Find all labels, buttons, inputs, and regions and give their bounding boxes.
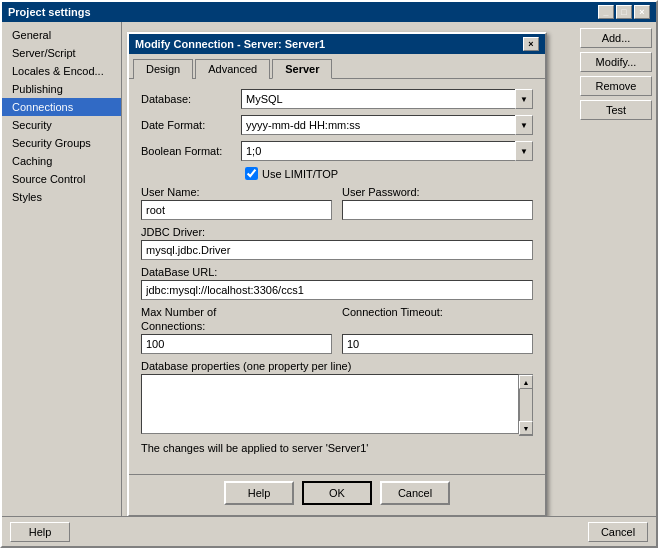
bottom-help-button[interactable]: Help [10,522,70,542]
password-input[interactable] [342,200,533,220]
scroll-down-button[interactable]: ▼ [519,421,533,435]
db-properties-textarea[interactable] [141,374,519,434]
date-format-field-wrap: ▼ [241,115,533,135]
scroll-up-button[interactable]: ▲ [519,375,533,389]
minimize-button[interactable]: _ [598,5,614,19]
sidebar: General Server/Script Locales & Encod...… [2,22,122,516]
close-button[interactable]: × [634,5,650,19]
sidebar-item-connections[interactable]: Connections [2,98,121,116]
sidebar-item-locales[interactable]: Locales & Encod... [2,62,121,80]
sidebar-item-general[interactable]: General [2,26,121,44]
max-connections-label1: Max Number of [141,306,332,318]
project-settings-window: Project settings _ □ × General Server/Sc… [0,0,658,548]
sidebar-item-sourcecontrol[interactable]: Source Control [2,170,121,188]
db-properties-wrap: ▲ ▼ [141,374,533,436]
connection-params-row: Max Number of Connections: Connection Ti… [141,306,533,354]
date-format-input[interactable] [241,115,533,135]
use-limit-top-checkbox[interactable] [245,167,258,180]
max-connections-label2: Connections: [141,320,332,332]
database-dropdown-arrow[interactable]: ▼ [515,89,533,109]
sidebar-item-serverscript[interactable]: Server/Script [2,44,121,62]
username-label: User Name: [141,186,332,198]
dialog-content: Database: ▼ Date Format: ▼ [129,79,545,470]
date-format-dropdown-arrow[interactable]: ▼ [515,115,533,135]
modal-close-button[interactable]: × [523,37,539,51]
username-col: User Name: [141,186,332,220]
tab-bar: Design Advanced Server [129,54,545,79]
sidebar-item-caching[interactable]: Caching [2,152,121,170]
modal-titlebar: Modify Connection - Server: Server1 × [129,34,545,54]
outer-body: General Server/Script Locales & Encod...… [2,22,656,516]
jdbc-driver-input[interactable] [141,240,533,260]
db-properties-scrollbar: ▲ ▼ [519,374,533,436]
remove-button[interactable]: Remove [580,76,652,96]
boolean-format-row: Boolean Format: ▼ [141,141,533,161]
tab-advanced[interactable]: Advanced [195,59,270,79]
outer-title: Project settings [8,6,91,18]
bottom-bar: Help Cancel [2,516,656,546]
cancel-button[interactable]: Cancel [380,481,450,505]
connection-timeout-col: Connection Timeout: - [342,306,533,354]
database-url-input[interactable] [141,280,533,300]
modify-connection-dialog: Modify Connection - Server: Server1 × De… [127,32,547,516]
tab-design[interactable]: Design [133,59,193,79]
maximize-button[interactable]: □ [616,5,632,19]
username-input[interactable] [141,200,332,220]
sidebar-item-securitygroups[interactable]: Security Groups [2,134,121,152]
boolean-format-input[interactable] [241,141,533,161]
sidebar-item-security[interactable]: Security [2,116,121,134]
boolean-format-field-wrap: ▼ [241,141,533,161]
ok-button[interactable]: OK [302,481,372,505]
password-col: User Password: [342,186,533,220]
bottom-cancel-button[interactable]: Cancel [588,522,648,542]
use-limit-top-label: Use LIMIT/TOP [262,168,338,180]
jdbc-driver-label: JDBC Driver: [141,226,533,238]
date-format-label: Date Format: [141,119,241,131]
dialog-buttons: Help OK Cancel [129,474,545,515]
outer-titlebar: Project settings _ □ × [2,2,656,22]
title-buttons: _ □ × [598,5,650,19]
connection-timeout-label: Connection Timeout: [342,306,533,318]
database-field-wrap: ▼ [241,89,533,109]
right-panel: Add... Modify... Remove Test [576,22,656,516]
max-connections-input[interactable] [141,334,332,354]
connection-timeout-input[interactable] [342,334,533,354]
max-connections-col: Max Number of Connections: [141,306,332,354]
database-input[interactable] [241,89,533,109]
password-label: User Password: [342,186,533,198]
add-button[interactable]: Add... [580,28,652,48]
sidebar-item-publishing[interactable]: Publishing [2,80,121,98]
boolean-format-dropdown-arrow[interactable]: ▼ [515,141,533,161]
boolean-format-label: Boolean Format: [141,145,241,157]
user-credentials-row: User Name: User Password: [141,186,533,220]
database-row: Database: ▼ [141,89,533,109]
use-limit-top-row: Use LIMIT/TOP [141,167,533,180]
modify-button[interactable]: Modify... [580,52,652,72]
database-label: Database: [141,93,241,105]
status-text: The changes will be applied to server 'S… [141,442,533,454]
scroll-track [520,389,532,421]
help-button[interactable]: Help [224,481,294,505]
date-format-row: Date Format: ▼ [141,115,533,135]
tab-server[interactable]: Server [272,59,332,79]
database-url-label: DataBase URL: [141,266,533,278]
sidebar-item-styles[interactable]: Styles [2,188,121,206]
modal-title: Modify Connection - Server: Server1 [135,38,325,50]
db-properties-label: Database properties (one property per li… [141,360,533,372]
test-button[interactable]: Test [580,100,652,120]
main-content: Modify Connection - Server: Server1 × De… [122,22,576,516]
